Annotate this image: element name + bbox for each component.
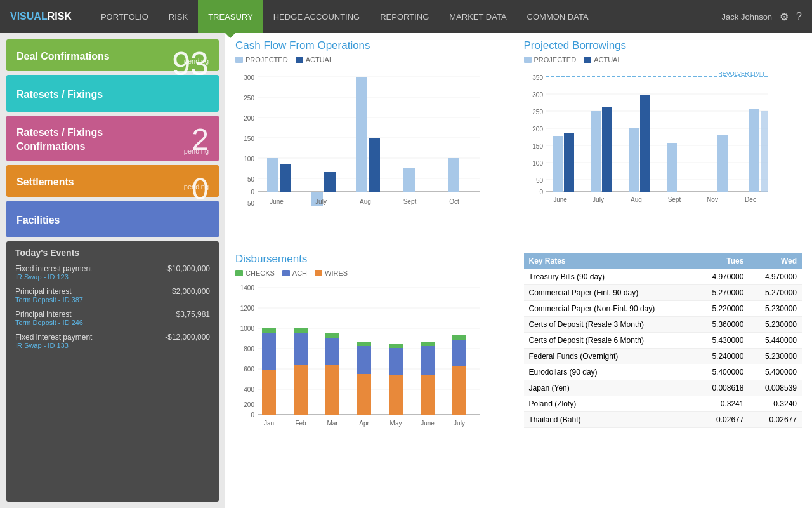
rate-tues: 5.220000 [696, 301, 749, 317]
rate-label: Thailand (Baht) [524, 412, 696, 428]
legend-wires-label: WIRES [325, 269, 348, 277]
svg-text:100: 100 [532, 160, 543, 167]
nav-common-data[interactable]: COMMON DATA [517, 0, 599, 33]
settings-icon[interactable]: ⚙ [780, 11, 789, 23]
rate-tues: 5.430000 [696, 333, 749, 349]
logo: VISUALRISK [10, 11, 72, 22]
svg-text:0: 0 [539, 189, 543, 196]
svg-text:Sept: Sept [667, 196, 681, 203]
rate-label: Commercial Paper (Finl. 90 day) [524, 285, 696, 301]
svg-text:Oct: Oct [449, 198, 459, 205]
svg-text:150: 150 [532, 143, 543, 150]
table-row: Commercial Paper (Finl. 90 day) 5.270000… [524, 285, 802, 301]
svg-rect-82 [421, 375, 435, 415]
cash-flow-chart: 300 250 200 150 100 50 0 -50 [235, 67, 514, 215]
rate-wed: 0.008539 [749, 380, 802, 396]
event-item-1: Principal interest Term Deposit - ID 387… [15, 287, 210, 304]
events-card: Today's Events Fixed interest payment IR… [6, 241, 219, 502]
svg-rect-41 [640, 95, 650, 192]
cf-june-act [280, 164, 291, 192]
rate-tues: 0.3241 [696, 396, 749, 412]
svg-text:July: July [593, 196, 604, 203]
nav-treasury[interactable]: TREASURY [198, 0, 263, 33]
rate-wed: 5.230000 [749, 317, 802, 333]
cash-flow-svg: 300 250 200 150 100 50 0 -50 [235, 67, 483, 213]
help-icon[interactable]: ? [796, 11, 802, 22]
nav-hedge[interactable]: HEDGE ACCOUNTING [263, 0, 370, 33]
nav-market-data[interactable]: MARKET DATA [439, 0, 516, 33]
event-name-0: Fixed interest payment [15, 264, 165, 273]
event-amount-3: -$12,000,000 [165, 333, 210, 342]
proj-borrowings-svg: 350 300 250 200 150 100 50 0 REVOLVER LI… [524, 67, 771, 213]
sidebar: 93 Deal Confirmations pending Ratesets /… [0, 33, 225, 508]
svg-text:Sept: Sept [403, 198, 417, 205]
svg-text:0: 0 [251, 411, 254, 418]
wires-color [315, 270, 322, 276]
deal-confirmations-card[interactable]: 93 Deal Confirmations pending [6, 39, 219, 71]
table-row: Certs of Deposit (Resale 3 Month) 5.3600… [524, 317, 802, 333]
settlements-pending: pending [184, 183, 209, 190]
col-wed: Wed [749, 253, 802, 269]
svg-rect-67 [262, 370, 276, 415]
table-row: Federal Funds (Overnight) 5.240000 5.230… [524, 349, 802, 364]
user-name[interactable]: Jack Johnson [722, 12, 773, 22]
svg-text:400: 400 [244, 386, 254, 393]
cf-oct-proj [448, 158, 459, 192]
nav-portfolio[interactable]: PORTFOLIO [91, 0, 159, 33]
svg-text:June: June [421, 420, 435, 427]
top-charts-row: Cash Flow From Operations PROJECTED ACTU… [235, 39, 802, 246]
settlements-card[interactable]: 0 Settlements pending [6, 165, 219, 197]
rate-label: Commercial Paper (Non-Finl. 90 day) [524, 301, 696, 317]
svg-text:100: 100 [244, 156, 254, 163]
event-link-1[interactable]: Term Deposit - ID 387 [15, 296, 172, 304]
event-link-3[interactable]: IR Swap - ID 133 [15, 342, 165, 349]
disbursements-title: Disbursements [235, 253, 514, 265]
legend-wires: WIRES [315, 269, 348, 277]
svg-text:Apr: Apr [359, 420, 369, 427]
nav-reporting[interactable]: REPORTING [370, 0, 439, 33]
svg-rect-80 [389, 348, 403, 375]
legend-ach: ACH [282, 269, 307, 277]
legend-checks: CHECKS [235, 269, 275, 277]
cf-june-proj [267, 158, 278, 192]
disbursements-svg: 1400 1200 1000 800 600 400 200 0 [235, 281, 483, 433]
cf-aug-act [369, 138, 380, 192]
event-item-0: Fixed interest payment IR Swap - ID 123 … [15, 264, 210, 281]
svg-rect-70 [294, 365, 308, 415]
svg-rect-74 [325, 338, 339, 365]
svg-text:200: 200 [244, 115, 254, 122]
svg-rect-38 [591, 111, 601, 192]
actual-color [296, 57, 303, 63]
event-amount-2: $3,75,981 [176, 310, 210, 319]
svg-text:350: 350 [532, 74, 543, 81]
ratesets-conf-title1: Ratesets / Fixings [16, 127, 209, 138]
svg-text:Aug: Aug [631, 196, 642, 203]
rate-label: Certs of Deposit (Resale 6 Month) [524, 333, 696, 349]
svg-rect-76 [357, 374, 371, 415]
svg-text:250: 250 [244, 95, 254, 102]
event-link-0[interactable]: IR Swap - ID 123 [15, 273, 165, 281]
facilities-card[interactable]: Facilities [6, 201, 219, 237]
svg-text:1400: 1400 [240, 284, 255, 291]
rate-label: Poland (Zloty) [524, 396, 696, 412]
main-content: 93 Deal Confirmations pending Ratesets /… [0, 33, 812, 508]
svg-rect-45 [761, 111, 768, 192]
svg-text:Mar: Mar [327, 420, 338, 427]
event-link-2[interactable]: Term Deposit - ID 246 [15, 319, 176, 326]
svg-rect-84 [421, 342, 435, 346]
svg-rect-73 [325, 365, 339, 415]
event-amount-0: -$10,000,000 [165, 264, 210, 273]
svg-rect-42 [667, 143, 677, 192]
svg-text:-50: -50 [246, 200, 255, 207]
rate-label: Eurodollars (90 day) [524, 364, 696, 380]
svg-rect-86 [452, 340, 466, 366]
svg-rect-40 [629, 128, 639, 192]
ratesets-confirmations-card[interactable]: 2 Ratesets / Fixings Confirmations pendi… [6, 116, 219, 161]
rate-tues: 5.240000 [696, 349, 749, 364]
nav-risk[interactable]: RISK [159, 0, 198, 33]
table-row: Certs of Deposit (Resale 6 Month) 5.4300… [524, 333, 802, 349]
svg-rect-72 [294, 328, 308, 333]
svg-text:200: 200 [244, 401, 254, 408]
ratesets-card[interactable]: Ratesets / Fixings [6, 75, 219, 112]
ratesets-title: Ratesets / Fixings [16, 89, 209, 100]
